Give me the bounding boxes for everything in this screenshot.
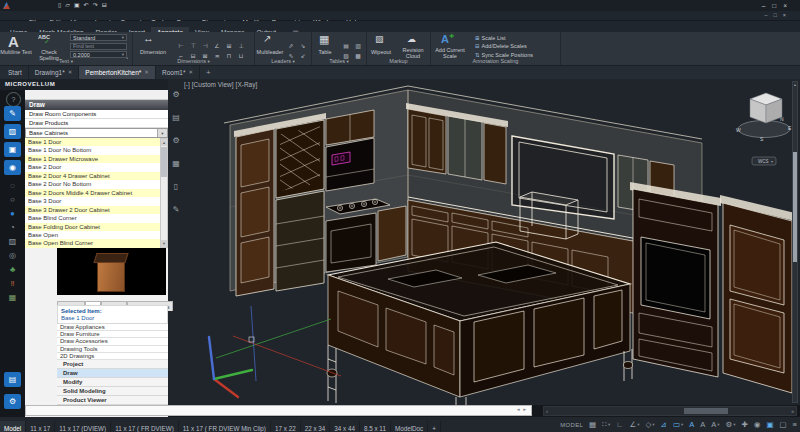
camera-icon[interactable]: ◉ [4, 160, 21, 175]
circle-tool-icon[interactable]: ○ [4, 192, 21, 207]
snap-mode-icon[interactable]: ∷▾ [602, 417, 610, 432]
viewport-menu-control[interactable]: [-] [184, 81, 190, 88]
list-item[interactable]: Base Open Blind Corner [25, 239, 160, 247]
annotation-scale-icon[interactable]: A▾ [711, 417, 719, 432]
2d-drawings-row[interactable]: 2D Drawings [57, 353, 168, 360]
sync-scale-positions-button[interactable]: ⇅Sync Scale Positions [475, 52, 533, 58]
viewcube[interactable]: W S E N WCS ▾ [736, 93, 792, 165]
workspace-switching-icon[interactable]: ⚙▾ [726, 417, 736, 432]
close-button[interactable]: × [783, 2, 794, 9]
plot-icon[interactable]: ⊟ [102, 2, 111, 8]
scrollbar-thumb[interactable] [793, 152, 797, 262]
dimensions-panel-footer[interactable]: Dimensions ▾ [133, 58, 254, 65]
text-panel-footer[interactable]: Text ▾ [0, 58, 132, 65]
find-text-input[interactable] [70, 43, 127, 50]
list-item[interactable]: Base 2 Doors Middle 4 Drawer Cabinet [25, 189, 160, 197]
list-item[interactable]: Base 3 Door [25, 197, 160, 205]
annotation-monitor-icon[interactable]: ✚ [742, 417, 748, 432]
list-item[interactable]: Base 2 Door 4 Drawer Cabinet [25, 172, 160, 180]
doc-restore-button[interactable]: □ [773, 12, 782, 18]
ortho-icon[interactable]: ∟ [616, 417, 623, 432]
app-logo-icon[interactable] [3, 2, 10, 9]
graphics-performance-icon[interactable]: ▣ [766, 417, 773, 432]
tab-drawing1[interactable]: Drawing1*✕ [29, 66, 80, 79]
multileader-button[interactable]: Multileader [255, 49, 285, 55]
layout-tab-22x34[interactable]: 22 x 34 [301, 421, 331, 432]
multiline-text-icon[interactable]: A [8, 33, 19, 50]
sphere-tool-icon[interactable]: ● [4, 206, 21, 221]
object-snap-icon[interactable]: ⊿ [661, 417, 667, 432]
tab-room1[interactable]: Room1*✕ [156, 66, 200, 79]
viewport-vertical-scrollbar[interactable]: ▴ [792, 81, 798, 403]
close-tab-icon[interactable]: ✕ [144, 66, 149, 79]
draw-appliances-row[interactable]: Draw Appliances [57, 324, 168, 331]
palette-clipboard-icon[interactable]: ▤ [170, 113, 182, 122]
minimize-button[interactable]: – [762, 2, 773, 9]
ellipse-tool-icon[interactable]: ◌ [4, 178, 21, 193]
list-item[interactable]: Base 1 Door No Bottom [25, 146, 160, 154]
list-item[interactable]: Base 1 Door [25, 138, 160, 146]
table-button[interactable]: Table [312, 49, 338, 55]
palette-edit-icon[interactable]: ✎ [170, 205, 182, 214]
polar-tracking-icon[interactable]: ∠▾ [630, 417, 640, 432]
pottery-tool-icon[interactable]: ◔ [4, 220, 21, 235]
undo-icon[interactable]: ↶ [84, 2, 93, 8]
palette-title[interactable]: MICROVELLUM [0, 79, 168, 90]
layout-tab-11x17-fr-dview-min-clip[interactable]: 11 x 17 ( FR DVIEW Min Clip) [179, 421, 271, 432]
restore-button[interactable]: □ [772, 2, 783, 9]
scroll-up-icon[interactable]: ▴ [793, 82, 797, 87]
text-style-select[interactable]: Standard▾ [70, 34, 127, 41]
scroll-down-icon[interactable]: ▼ [161, 240, 167, 247]
text-height-select[interactable]: 0.2000▾ [70, 51, 127, 58]
scroll-left-icon[interactable]: ‹ [546, 407, 548, 415]
autoscale-icon[interactable]: A [700, 417, 705, 432]
viewport-visual-style-control[interactable]: [X-Ray] [236, 81, 258, 88]
scroll-up-icon[interactable]: ▲ [161, 139, 167, 146]
layout-tab-34x44[interactable]: 34 x 44 [330, 421, 360, 432]
clean-screen-icon[interactable]: ▢ [780, 417, 787, 432]
drawing-tools-row[interactable]: Drawing Tools [57, 346, 168, 353]
layout-tab-11x17-fr-dview[interactable]: 11 x 17 ( FR DVIEW) [111, 421, 179, 432]
pan-right-icon[interactable]: ► [523, 407, 529, 412]
redo-icon[interactable]: ↷ [93, 2, 102, 8]
scale-list-button[interactable]: ⊞Scale List [475, 35, 505, 41]
dropdown-caret-icon[interactable]: ▾ [157, 129, 167, 137]
save-icon[interactable]: ▣ [74, 2, 84, 8]
list-item[interactable]: Base 3 Drawer 2 Door Cabinet [25, 206, 160, 214]
help-icon[interactable]: ? [6, 92, 21, 107]
list-item[interactable]: Base Blind Corner [25, 214, 160, 222]
list-item[interactable]: Base Open [25, 231, 160, 239]
command-strip[interactable]: ◄► [25, 405, 532, 416]
annotation-visibility-icon[interactable]: A [689, 417, 694, 432]
draw-products-row[interactable]: Draw Products [25, 119, 168, 128]
list-item[interactable]: Base 1 Drawer Microwave [25, 155, 160, 163]
open-icon[interactable]: ▱ [65, 2, 74, 8]
list-item[interactable]: Base Folding Door Cabinet [25, 223, 160, 231]
product-thumbnail[interactable] [94, 251, 128, 292]
section-solid-modeling[interactable]: Solid Modeling [57, 387, 168, 396]
draw-room-components-row[interactable]: Draw Room Components [25, 110, 168, 119]
wipeout-button[interactable]: Wipeout [367, 49, 395, 55]
tab-start[interactable]: Start [2, 66, 29, 79]
plant-tool-icon[interactable]: ♣ [4, 262, 21, 277]
draw-pencil-icon[interactable]: ✎ [4, 106, 21, 121]
add-delete-scales-button[interactable]: ⊟Add/Delete Scales [475, 43, 527, 49]
list-scrollbar[interactable]: ▲ ▼ [160, 138, 168, 248]
grid-icon[interactable]: ▦ [589, 417, 596, 432]
wcs-selector[interactable]: WCS ▾ [752, 157, 776, 165]
folder-icon[interactable]: ▤ [4, 372, 21, 387]
section-draw[interactable]: Draw [57, 369, 168, 378]
doc-close-button[interactable]: × [783, 12, 792, 18]
snap-settings-icon[interactable]: ▭▾ [673, 417, 683, 432]
model-viewport[interactable]: W S E N WCS ▾ [-] [Custom View] [X [168, 79, 800, 405]
palette-table-icon[interactable]: ▦ [170, 159, 182, 168]
tables-panel-footer[interactable]: Tables ▾ [312, 58, 366, 65]
scrollbar-thumb[interactable] [161, 147, 167, 177]
layout-tab-11x17-dview[interactable]: 11 x 17 (DVIEW) [55, 421, 111, 432]
section-product-viewer[interactable]: Product Viewer [57, 396, 168, 405]
list-item[interactable]: Base 2 Door No Bottom [25, 180, 160, 188]
multiline-text-button[interactable]: Multiline Text [0, 49, 32, 55]
tab-pembertonkitchen[interactable]: PembertonKitchen*✕ [79, 66, 156, 79]
model-space-button[interactable]: MODEL [560, 422, 583, 428]
materials-icon[interactable]: ▨ [4, 124, 21, 139]
